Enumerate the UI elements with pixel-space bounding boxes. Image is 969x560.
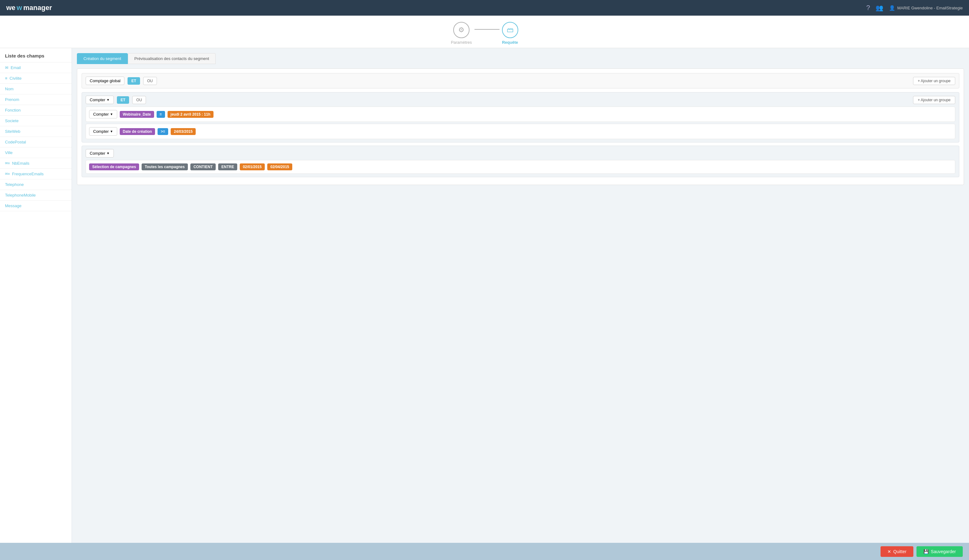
sidebar-label-ville: Ville (5, 150, 13, 155)
condition-row-1: Compter ▼ Webinaire_Date = jeudi 2 avril… (89, 110, 952, 118)
btn-quitter[interactable]: ✕ Quitter (881, 546, 913, 557)
frequenceemails-icon: ✉≡ (5, 172, 10, 176)
sidebar-item-nom[interactable]: Nom (0, 84, 72, 95)
footer: ✕ Quitter 💾 Sauvegarder (0, 543, 969, 560)
group2-condition-1: Sélection de campagnes Toutes les campag… (86, 160, 955, 174)
logo-w: w (17, 4, 22, 12)
group-1: Compter ▼ ET OU + Ajouter un groupe Comp… (82, 92, 959, 143)
quitter-icon: ✕ (887, 549, 891, 554)
sidebar-item-societe[interactable]: Societe (0, 116, 72, 126)
tab-previsualisation[interactable]: Prévisualisation des contacts du segment (128, 53, 216, 64)
tag-contient: CONTIENT (190, 163, 216, 170)
btn-ou-group1[interactable]: OU (132, 96, 146, 104)
btn-compter-cond1[interactable]: Compter ▼ (89, 110, 117, 118)
wizard-circle-requete: 🗃 (502, 22, 518, 38)
sidebar-item-frequenceemails[interactable]: ✉≡ FrequenceEmails (0, 169, 72, 179)
tag-date-creation: Date de création (120, 128, 155, 135)
tag-webinaire-date: Webinaire_Date (120, 111, 154, 118)
sidebar-item-civilite[interactable]: ≡ Civilite (0, 73, 72, 84)
sidebar-item-prenom[interactable]: Prenom (0, 95, 72, 105)
content-area: Création du segment Prévisualisation des… (72, 48, 969, 543)
sidebar-title: Liste des champs (0, 53, 72, 63)
sidebar-label-nbemails: NbEmails (12, 161, 29, 166)
user-profile[interactable]: 👤 MARIE Gwendoline - EmailStrategie (889, 5, 963, 11)
sidebar-item-codepostal[interactable]: CodePostal (0, 137, 72, 148)
sidebar-label-frequenceemails: FrequenceEmails (12, 171, 43, 176)
btn-sauvegarder[interactable]: 💾 Sauvegarder (916, 546, 963, 557)
email-icon: ✉ (5, 65, 8, 70)
user-icon: 👤 (889, 5, 895, 11)
tag-value-date2: 24/03/2015 (171, 128, 196, 135)
caret-icon-group2: ▼ (107, 151, 110, 155)
group1-condition-2: Compter ▼ Date de création >= 24/03/2015 (86, 124, 955, 139)
btn-compter-group1[interactable]: Compter ▼ (86, 96, 114, 104)
sidebar-item-email[interactable]: ✉ Email (0, 63, 72, 73)
wizard-circle-parametres: ⚙ (453, 22, 470, 38)
logo-manager: manager (23, 4, 52, 12)
group1-condition-1: Compter ▼ Webinaire_Date = jeudi 2 avril… (86, 106, 955, 122)
sidebar-label-societe: Societe (5, 118, 18, 123)
sidebar-label-message: Message (5, 203, 22, 208)
main-content: Liste des champs ✉ Email ≡ Civilite Nom … (0, 48, 969, 543)
users-icon[interactable]: 👥 (876, 4, 883, 12)
tag-operator-eq: = (157, 111, 165, 118)
caret-icon-cond1: ▼ (110, 113, 113, 116)
wizard-label-parametres: Paramètres (451, 40, 472, 45)
btn-compter-cond2[interactable]: Compter ▼ (89, 127, 117, 136)
tag-operator-gte: >= (158, 128, 168, 135)
tag-selection-campagnes: Sélection de campagnes (89, 163, 139, 170)
caret-icon: ▼ (107, 98, 110, 101)
wizard-line (475, 29, 499, 30)
tag-entre: ENTRE (218, 163, 237, 170)
btn-compter-group2[interactable]: Compter ▼ (86, 149, 114, 158)
sidebar-item-nbemails[interactable]: ✉≡ NbEmails (0, 158, 72, 169)
tab-bar: Création du segment Prévisualisation des… (77, 53, 964, 64)
btn-et-group1[interactable]: ET (117, 96, 129, 104)
tab-creation-segment[interactable]: Création du segment (77, 53, 128, 64)
sidebar-item-message[interactable]: Message (0, 201, 72, 211)
condition-row-2: Compter ▼ Date de création >= 24/03/2015 (89, 127, 952, 136)
wizard-step-requete[interactable]: 🗃 Requête (502, 22, 518, 45)
civilite-icon: ≡ (5, 76, 8, 81)
header: wewmanager ? 👥 👤 MARIE Gwendoline - Emai… (0, 0, 969, 16)
header-right: ? 👥 👤 MARIE Gwendoline - EmailStrategie (866, 4, 963, 12)
sidebar-item-telephonemobile[interactable]: TelephoneMobile (0, 190, 72, 201)
btn-ajouter-group1[interactable]: + Ajouter un groupe (913, 96, 955, 104)
sauvegarder-icon: 💾 (923, 549, 929, 554)
btn-comptage-global[interactable]: Comptage global (86, 76, 125, 85)
sidebar: Liste des champs ✉ Email ≡ Civilite Nom … (0, 48, 72, 543)
sidebar-label-siteweb: SiteWeb (5, 129, 20, 134)
help-icon[interactable]: ? (866, 4, 870, 12)
sidebar-label-nom: Nom (5, 86, 13, 91)
sidebar-item-fonction[interactable]: Fonction (0, 105, 72, 116)
logo[interactable]: wewmanager (6, 4, 52, 12)
sidebar-label-prenom: Prenom (5, 97, 19, 102)
btn-ou-global[interactable]: OU (143, 77, 157, 85)
sidebar-item-telephone[interactable]: Telephone (0, 179, 72, 190)
condition-row-3: Sélection de campagnes Toutes les campag… (89, 163, 952, 170)
nbemails-icon: ✉≡ (5, 161, 10, 165)
sidebar-label-email: Email (11, 65, 21, 70)
sidebar-label-codepostal: CodePostal (5, 140, 26, 145)
segment-builder: Comptage global ET OU + Ajouter un group… (77, 68, 964, 185)
sidebar-label-telephonemobile: TelephoneMobile (5, 193, 36, 198)
group-1-header: Compter ▼ ET OU + Ajouter un groupe (86, 96, 955, 104)
sidebar-label-telephone: Telephone (5, 182, 24, 187)
caret-icon-cond2: ▼ (110, 130, 113, 133)
wizard-label-requete: Requête (502, 40, 518, 45)
sidebar-label-fonction: Fonction (5, 108, 21, 113)
sidebar-item-ville[interactable]: Ville (0, 148, 72, 158)
sidebar-item-siteweb[interactable]: SiteWeb (0, 126, 72, 137)
wizard-steps: ⚙ Paramètres 🗃 Requête (0, 16, 969, 48)
btn-et-global[interactable]: ET (128, 77, 140, 85)
tag-value-date1: jeudi 2 avril 2015 : 11h (168, 111, 213, 118)
group-2-header: Compter ▼ (86, 149, 955, 158)
group-2: Compter ▼ Sélection de campagnes Toutes … (82, 146, 959, 177)
tag-date-start: 02/01/2015 (240, 163, 265, 170)
logo-we: we (6, 4, 15, 12)
tag-toutes-campagnes: Toutes les campagnes (142, 163, 188, 170)
global-row: Comptage global ET OU + Ajouter un group… (82, 73, 959, 88)
sauvegarder-label: Sauvegarder (931, 549, 956, 554)
btn-ajouter-global[interactable]: + Ajouter un groupe (913, 77, 955, 85)
wizard-step-parametres[interactable]: ⚙ Paramètres (451, 22, 472, 45)
